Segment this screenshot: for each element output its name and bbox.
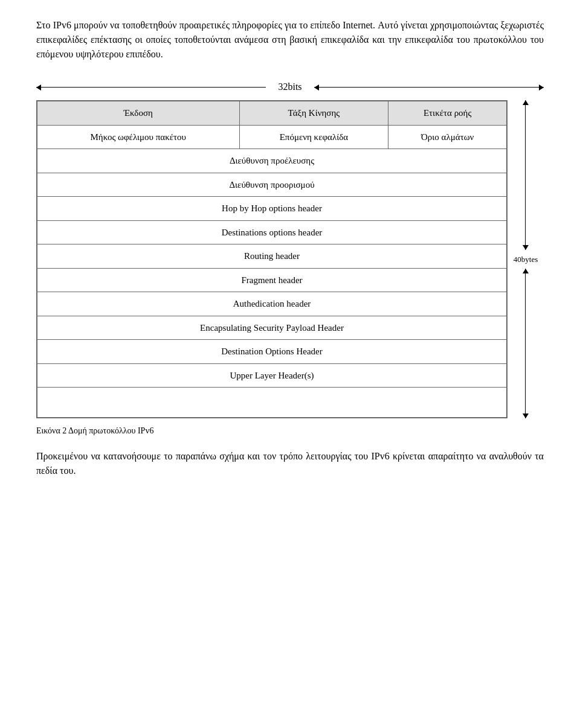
fragment-header: Fragment header [37,268,507,292]
dest-options: Destinations options header [37,220,507,244]
table-row-esp: Encapsulating Security Payload Header [37,316,507,340]
diagram-wrapper: Έκδοση Τάξη Κίνησης Ετικέτα ροής Μήκος ω… [36,100,544,418]
table-row-dest-options: Destinations options header [37,220,507,244]
auth-header: Authedication header [37,292,507,316]
side-arrow: 40bytes [514,100,538,418]
table-row-dst: Διεύθυνση προορισμού [37,173,507,197]
payload-length: Μήκος ωφέλιμου πακέτου [37,125,240,149]
side-arrow-line-bottom [525,269,526,418]
table-row-src: Διεύθυνση προέλευσης [37,149,507,173]
hop-options: Hop by Hop options header [37,197,507,221]
header-version: Έκδοση [37,101,240,126]
table-row-fragment: Fragment header [37,268,507,292]
table-row-empty [37,388,507,418]
dst-address: Διεύθυνση προορισμού [37,173,507,197]
bits-arrow-right [314,87,544,88]
esp-header: Encapsulating Security Payload Header [37,316,507,340]
intro-paragraph: Στο IPv6 μπορούν να τοποθετηθούν προαιρε… [36,18,544,62]
hop-limit: Όριο αλμάτων [388,125,507,149]
footer-paragraph: Προκειμένου να κατανοήσουμε το παραπάνω … [36,449,544,478]
bits-arrow-left [36,87,266,88]
header-traffic-class: Τάξη Κίνησης [239,101,388,126]
table-row-routing: Routing header [37,244,507,269]
bytes-label: 40bytes [514,254,538,266]
figure-caption: Εικόνα 2 Δομή πρωτοκόλλου IPv6 [36,424,544,437]
empty-cell [37,388,507,418]
src-address: Διεύθυνση προέλευσης [37,149,507,173]
table-row-hop: Hop by Hop options header [37,197,507,221]
routing-header: Routing header [37,244,507,269]
side-arrow-line [525,100,526,250]
table-row-upper: Upper Layer Header(s) [37,363,507,388]
bits-arrow: 32bits [36,80,544,94]
diagram-table-container: Έκδοση Τάξη Κίνησης Ετικέτα ροής Μήκος ω… [36,100,507,418]
table-row-auth: Authedication header [37,292,507,316]
table-row-dest-options2: Destination Options Header [37,340,507,364]
side-label: 40bytes [507,100,544,418]
upper-layer: Upper Layer Header(s) [37,363,507,388]
ipv6-diagram-table: Έκδοση Τάξη Κίνησης Ετικέτα ροής Μήκος ω… [37,101,507,418]
bits-label-row: 32bits [36,80,544,94]
dest-options-header: Destination Options Header [37,340,507,364]
bits-label: 32bits [266,80,314,94]
table-row-2: Μήκος ωφέλιμου πακέτου Επόμενη κεφαλίδα … [37,125,507,149]
table-header-row: Έκδοση Τάξη Κίνησης Ετικέτα ροής [37,101,507,126]
header-flow-label: Ετικέτα ροής [388,101,507,126]
next-header: Επόμενη κεφαλίδα [239,125,388,149]
